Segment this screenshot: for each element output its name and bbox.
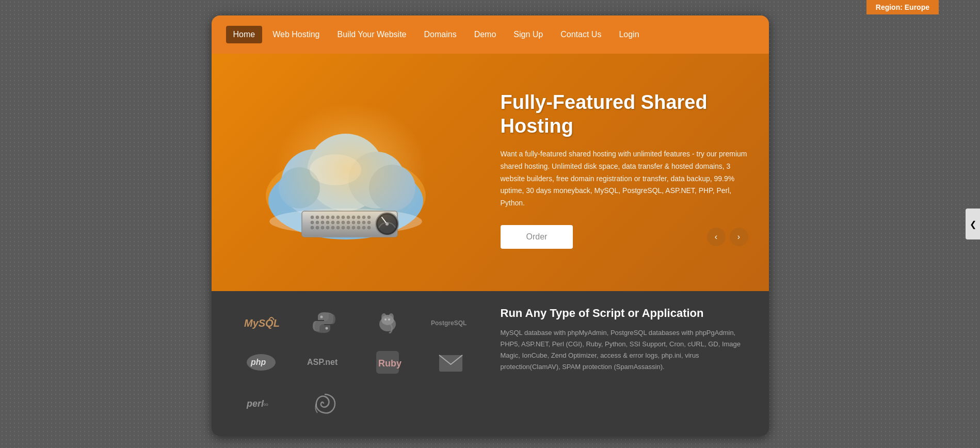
slider-next-button[interactable]: ›	[730, 228, 748, 246]
php-logo: php	[232, 349, 291, 376]
svg-point-59	[388, 318, 390, 321]
nav-item-web-hosting[interactable]: Web Hosting	[265, 26, 327, 43]
svg-text:ASP.net: ASP.net	[307, 358, 338, 366]
hero-section: Fully-Featured Shared Hosting Want a ful…	[212, 54, 769, 291]
ioncube-logo	[422, 348, 480, 377]
hero-content: Fully-Featured Shared Hosting Want a ful…	[480, 91, 748, 249]
postgresql-text-logo: PostgreSQL	[422, 312, 480, 333]
mysql-icon: MySQL	[243, 312, 279, 333]
postgresql-text-icon: PostgreSQL	[430, 315, 471, 330]
cloud-server-illustration	[263, 92, 449, 247]
aspnet-logo: ASP.net	[295, 350, 354, 375]
bottom-section-title: Run Any Type of Script or Application	[501, 307, 748, 320]
order-button[interactable]: Order	[501, 225, 573, 249]
hero-actions: Order ‹ ›	[501, 225, 748, 249]
perl-logo: perl ∞	[232, 390, 291, 417]
shell-icon	[310, 389, 339, 418]
ruby-icon: Ruby	[372, 347, 403, 378]
hero-description: Want a fully-featured shared hosting wit…	[501, 148, 748, 210]
svg-point-58	[384, 318, 387, 321]
sidebar-arrow-icon: ❮	[970, 219, 976, 229]
nav-item-home[interactable]: Home	[226, 26, 263, 43]
svg-text:perl: perl	[246, 398, 264, 409]
slider-prev-button[interactable]: ‹	[707, 228, 726, 246]
mysql-logo: MySQL	[232, 309, 291, 336]
aspnet-icon: ASP.net	[306, 354, 342, 372]
svg-text:PostgreSQL: PostgreSQL	[431, 319, 467, 327]
region-banner: Region: Europe	[866, 0, 939, 14]
main-container: Home Web Hosting Build Your Website Doma…	[212, 15, 769, 436]
bottom-section: MySQL	[212, 291, 769, 436]
svg-point-52	[320, 316, 323, 318]
nav-item-login[interactable]: Login	[612, 26, 646, 43]
perl-icon: perl ∞	[246, 393, 277, 414]
sidebar-toggle[interactable]: ❮	[966, 209, 980, 239]
nav-item-contact-us[interactable]: Contact Us	[553, 26, 608, 43]
hero-title: Fully-Featured Shared Hosting	[501, 91, 748, 138]
python-logo	[295, 307, 354, 339]
svg-text:∞: ∞	[263, 400, 268, 408]
php-icon: php	[246, 352, 277, 373]
nav-item-domains[interactable]: Domains	[417, 26, 464, 43]
bottom-right-content: Run Any Type of Script or Application My…	[501, 307, 748, 421]
shell-logo	[295, 386, 354, 421]
postgresql-elephant-logo	[359, 307, 417, 339]
elephant-icon	[375, 310, 400, 335]
tech-logos-grid: MySQL	[232, 307, 480, 421]
python-icon	[311, 310, 337, 335]
nav-item-demo[interactable]: Demo	[467, 26, 504, 43]
svg-point-53	[326, 327, 328, 330]
nav-item-build-website[interactable]: Build Your Website	[330, 26, 414, 43]
svg-text:Ruby: Ruby	[378, 358, 401, 369]
slider-controls: ‹ ›	[707, 228, 748, 246]
navigation: Home Web Hosting Build Your Website Doma…	[212, 15, 769, 54]
nav-item-sign-up[interactable]: Sign Up	[506, 26, 550, 43]
ruby-logo: Ruby	[359, 344, 417, 381]
svg-text:php: php	[250, 358, 266, 366]
ioncube-icon	[437, 351, 465, 374]
hero-illustration	[232, 92, 480, 247]
bottom-section-description: MySQL database with phpMyAdmin, PostgreS…	[501, 327, 748, 373]
